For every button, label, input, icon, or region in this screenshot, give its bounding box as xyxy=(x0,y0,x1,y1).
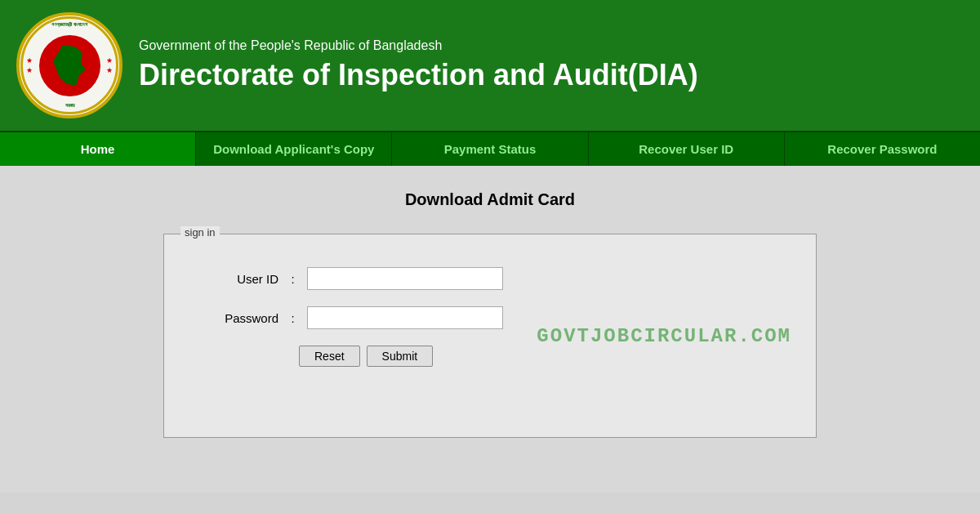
emblem: গণপ্রজাতন্ত্রী বাংলাদেশ ★ ★ ★ ★ সরকার xyxy=(20,16,118,114)
nav-download-applicant[interactable]: Download Applicant's Copy xyxy=(196,132,392,166)
signin-box: sign in User ID : Password : Reset Submi… xyxy=(163,234,817,438)
emblem-stars-left: ★ ★ xyxy=(26,57,33,74)
star-icon: ★ xyxy=(106,57,113,65)
signin-container: sign in User ID : Password : Reset Submi… xyxy=(163,234,817,438)
reset-button[interactable]: Reset xyxy=(299,346,360,367)
password-label: Password xyxy=(197,311,278,325)
header-text: Government of the People's Republic of B… xyxy=(139,38,698,92)
user-id-colon: : xyxy=(287,272,299,286)
nav-payment-status[interactable]: Payment Status xyxy=(392,132,588,166)
nav-recover-user-id[interactable]: Recover User ID xyxy=(589,132,785,166)
header-title: Directorate of Inspection and Audit(DIA) xyxy=(139,58,698,92)
main-content: Download Admit Card sign in User ID : Pa… xyxy=(0,166,980,493)
star-icon: ★ xyxy=(106,67,113,74)
page-title: Download Admit Card xyxy=(16,190,964,209)
nav-recover-password[interactable]: Recover Password xyxy=(785,132,980,166)
logo: গণপ্রজাতন্ত্রী বাংলাদেশ ★ ★ ★ ★ সরকার xyxy=(16,12,122,118)
signin-legend: sign in xyxy=(180,226,220,239)
emblem-red-circle xyxy=(39,35,100,96)
user-id-input[interactable] xyxy=(307,267,503,290)
star-icon: ★ xyxy=(26,67,33,74)
user-id-row: User ID : xyxy=(197,267,783,290)
nav-home[interactable]: Home xyxy=(0,132,196,166)
form-buttons: Reset Submit xyxy=(299,346,783,367)
user-id-label: User ID xyxy=(197,272,278,286)
password-input[interactable] xyxy=(307,306,503,329)
password-colon: : xyxy=(287,311,299,325)
password-row: Password : xyxy=(197,306,783,329)
header-subtitle: Government of the People's Republic of B… xyxy=(139,38,698,53)
emblem-map xyxy=(53,45,86,86)
header: গণপ্রজাতন্ত্রী বাংলাদেশ ★ ★ ★ ★ সরকার Go… xyxy=(0,0,980,131)
submit-button[interactable]: Submit xyxy=(367,346,434,367)
emblem-stars-right: ★ ★ xyxy=(106,57,113,74)
star-icon: ★ xyxy=(26,57,33,65)
navbar: Home Download Applicant's Copy Payment S… xyxy=(0,131,980,166)
